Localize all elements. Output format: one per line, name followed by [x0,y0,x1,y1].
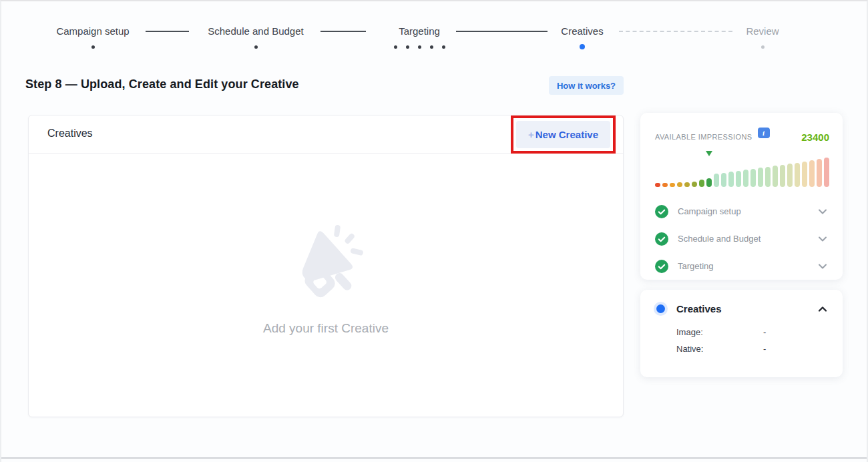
summary-row-label: Native: [676,344,763,354]
step-progress-dot [580,44,585,49]
step-progress-dot [761,45,765,49]
section-row-schedule-budget[interactable]: Schedule and Budget [655,225,829,252]
creatives-card-title: Creatives [47,128,93,140]
check-circle-icon [655,260,668,273]
gauge-bar [736,171,741,187]
new-creative-button[interactable]: +New Creative [516,121,610,148]
completed-sections-list: Campaign setup Schedule and Budget [655,198,829,280]
chevron-down-icon[interactable] [817,261,828,272]
step-campaign-setup[interactable]: Campaign setup [26,25,160,49]
step-progress-dot [394,45,397,49]
gauge-bar [795,163,800,187]
page-bottom-rule [1,457,867,459]
step-progress-dot [91,45,95,49]
chevron-down-icon[interactable] [817,234,828,244]
step-schedule-budget[interactable]: Schedule and Budget [189,25,322,49]
gauge-bar [750,169,756,187]
gauge-bar [670,183,675,187]
gauge-bar [809,160,815,187]
step-dots [26,44,160,49]
creatives-summary-title: Creatives [676,303,817,314]
chevron-up-icon[interactable] [817,304,828,314]
step-label: Schedule and Budget [189,25,322,37]
step-progress-dot [442,45,445,49]
gauge-bar [802,162,807,187]
gauge-bar [773,166,778,187]
gauge-bar [758,168,763,187]
step-progress-dot [418,45,421,49]
gauge-bar [692,182,697,187]
impressions-gauge [655,151,829,187]
impressions-header: AVAILABLE IMPRESSIONS i 23400 [655,128,829,143]
gauge-marker-icon [706,151,712,156]
summary-row-value: - [763,344,766,354]
creatives-summary-rows: Image: - Native: - [676,324,829,357]
step-label: Review [696,25,829,37]
step-progress-dot [406,45,409,49]
chevron-down-icon[interactable] [817,206,828,217]
megaphone-icon [288,224,363,305]
check-circle-icon [655,205,668,218]
creatives-empty-state: Add your first Creative [29,154,623,417]
check-circle-icon [655,232,668,246]
gauge-bar [728,172,734,187]
summary-row-label: Image: [676,327,763,337]
gauge-bar [706,178,712,187]
annotation-highlight-box: +New Creative [511,116,616,154]
impressions-label: AVAILABLE IMPRESSIONS [655,128,752,141]
step-review[interactable]: Review [696,25,829,49]
how-it-works-button[interactable]: How it works? [549,76,624,95]
step-targeting[interactable]: Targeting [353,25,486,49]
summary-row-image: Image: - [676,324,829,340]
step-dots [696,44,829,49]
gauge-bar [677,182,682,187]
gauge-bar [714,174,719,187]
empty-state-text: Add your first Creative [263,321,389,336]
summary-row-value: - [763,327,766,337]
gauge-bar [743,170,748,187]
page-title: Step 8 — Upload, Create and Edit your Cr… [25,77,299,91]
gauge-bar [780,165,785,187]
step-dots [189,44,322,49]
creatives-card: Creatives +New Creative Add your first C… [28,115,624,417]
plus-icon: + [528,129,534,140]
gauge-bar [655,183,660,187]
step-creatives[interactable]: Creatives [515,25,649,49]
active-section-dot-icon [656,304,665,313]
creatives-summary-card: Creatives Image: - Native: - [640,290,843,377]
summary-row-native: Native: - [676,340,829,357]
gauge-bar [699,180,704,187]
step-dots [515,44,649,49]
section-label: Targeting [678,261,817,271]
new-creative-button-label: New Creative [535,129,598,140]
gauge-bar [824,158,829,187]
wizard-stepper: Campaign setup Schedule and Budget Targe… [1,1,867,65]
gauge-bar [787,164,793,187]
section-label: Schedule and Budget [678,234,817,244]
gauge-bar [721,173,726,187]
creatives-card-header: Creatives +New Creative [29,116,623,154]
step-label: Campaign setup [26,25,160,37]
creatives-summary-header[interactable]: Creatives [655,303,829,314]
gauge-bar [684,182,690,187]
gauge-bar [817,159,822,187]
campaign-wizard-page: Campaign setup Schedule and Budget Targe… [0,0,868,462]
impressions-value: 23400 [801,128,829,143]
section-row-targeting[interactable]: Targeting [655,252,829,280]
impressions-gauge-bars [655,158,829,187]
available-impressions-card: AVAILABLE IMPRESSIONS i 23400 Campaign s… [640,113,843,280]
step-connector [146,31,189,32]
gauge-bar [765,167,771,187]
gauge-bar [662,183,668,187]
section-row-campaign-setup[interactable]: Campaign setup [655,198,829,225]
section-label: Campaign setup [678,206,817,216]
step-dots [353,44,486,49]
step-progress-dot [430,45,433,49]
step-progress-dot [254,45,258,49]
info-icon[interactable]: i [758,128,770,138]
